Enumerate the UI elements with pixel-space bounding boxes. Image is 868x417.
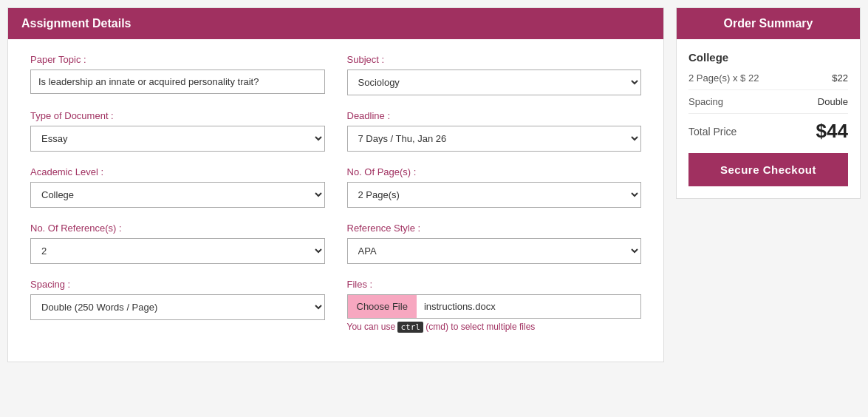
- secure-checkout-button[interactable]: Secure Checkout: [688, 153, 848, 186]
- assignment-details-header: Assignment Details: [8, 8, 663, 39]
- deadline-select[interactable]: 7 Days / Thu, Jan 26 3 Days 24 Hours 12 …: [347, 126, 642, 152]
- academic-level-label: Academic Level :: [30, 166, 325, 177]
- subject-select[interactable]: Sociology English History Psychology Bio…: [347, 70, 642, 95]
- assignment-details-panel: Assignment Details Paper Topic : Subject…: [7, 7, 664, 362]
- total-label: Total Price: [688, 126, 737, 138]
- file-name-display: instructions.docx: [417, 295, 640, 318]
- reference-style-group: Reference Style : APA MLA Chicago Harvar…: [347, 223, 642, 264]
- files-group: Files : Choose File instructions.docx Yo…: [347, 279, 642, 332]
- num-references-select[interactable]: 0 1 2 3 4 5: [30, 238, 325, 264]
- academic-level-select[interactable]: College High School University Masters P…: [30, 182, 325, 208]
- academic-level-display: College: [688, 51, 848, 64]
- subject-group: Subject : Sociology English History Psyc…: [347, 54, 642, 95]
- num-pages-label: No. Of Page(s) :: [347, 166, 642, 177]
- academic-level-group: Academic Level : College High School Uni…: [30, 166, 325, 208]
- total-row: Total Price $44: [688, 120, 848, 143]
- files-label: Files :: [347, 279, 642, 290]
- order-summary-panel: Order Summary College 2 Page(s) x $ 22 $…: [676, 7, 861, 199]
- pages-calc-value: $22: [832, 72, 848, 84]
- total-value: $44: [816, 120, 848, 143]
- spacing-summary-value: Double: [818, 96, 848, 107]
- order-summary-header: Order Summary: [677, 8, 860, 39]
- file-input-container: Choose File instructions.docx: [347, 294, 642, 319]
- deadline-group: Deadline : 7 Days / Thu, Jan 26 3 Days 2…: [347, 110, 642, 152]
- assignment-details-title: Assignment Details: [21, 17, 131, 30]
- spacing-row: Spacing Double: [688, 96, 848, 114]
- file-hint-text: You can use ctrl (cmd) to select multipl…: [347, 322, 642, 332]
- spacing-label: Spacing :: [30, 279, 325, 290]
- spacing-select[interactable]: Double (250 Words / Page) Single (500 Wo…: [30, 294, 325, 320]
- reference-style-select[interactable]: APA MLA Chicago Harvard Turabian: [347, 238, 642, 264]
- order-summary-title: Order Summary: [724, 17, 813, 30]
- document-type-group: Type of Document : Essay Research Paper …: [30, 110, 325, 152]
- choose-file-button[interactable]: Choose File: [348, 295, 417, 318]
- pages-calc-label: 2 Page(s) x $ 22: [688, 72, 759, 84]
- spacing-summary-label: Spacing: [688, 96, 723, 107]
- num-references-group: No. Of Reference(s) : 0 1 2 3 4 5: [30, 223, 325, 264]
- num-references-label: No. Of Reference(s) :: [30, 223, 325, 234]
- document-type-select[interactable]: Essay Research Paper Term Paper Thesis D…: [30, 126, 325, 152]
- num-pages-group: No. Of Page(s) : 1 Page(s) 2 Page(s) 3 P…: [347, 166, 642, 208]
- paper-topic-group: Paper Topic :: [30, 54, 325, 95]
- ctrl-key: ctrl: [397, 322, 423, 333]
- document-type-label: Type of Document :: [30, 110, 325, 121]
- deadline-label: Deadline :: [347, 110, 642, 121]
- num-pages-select[interactable]: 1 Page(s) 2 Page(s) 3 Page(s) 4 Page(s) …: [347, 182, 642, 208]
- spacing-group: Spacing : Double (250 Words / Page) Sing…: [30, 279, 325, 332]
- reference-style-label: Reference Style :: [347, 223, 642, 234]
- paper-topic-input[interactable]: [30, 70, 325, 94]
- pages-calc-row: 2 Page(s) x $ 22 $22: [688, 72, 848, 90]
- paper-topic-label: Paper Topic :: [30, 54, 325, 65]
- subject-label: Subject :: [347, 54, 642, 65]
